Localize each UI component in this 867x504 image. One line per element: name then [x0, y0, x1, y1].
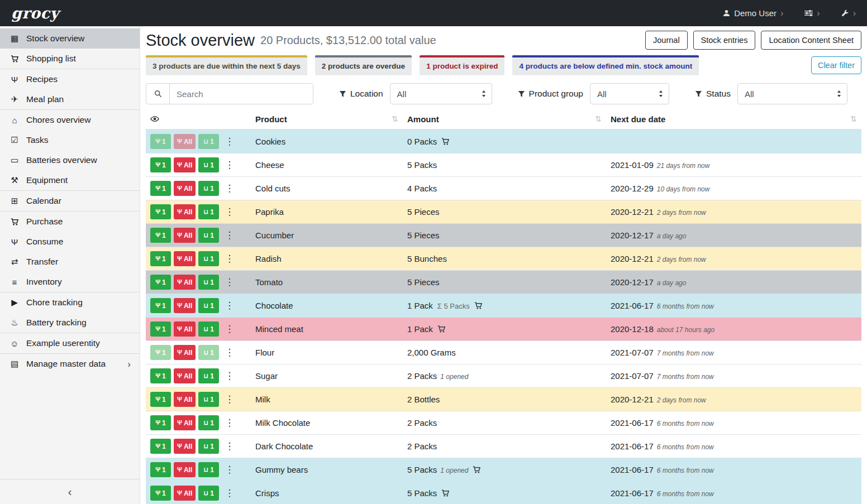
sidebar-item[interactable]: ▤ Manage master data › — [0, 354, 140, 374]
filter-select[interactable]: All — [390, 83, 492, 104]
table-row[interactable]: Ψ1 ΨAll ⊔1 ⋮ Paprika 5 Pieces 2020-12-21… — [146, 200, 861, 224]
row-menu-button[interactable]: ⋮ — [222, 348, 237, 357]
consume-all-button[interactable]: ΨAll — [174, 204, 196, 219]
open-one-button[interactable]: ⊔1 — [198, 204, 219, 219]
header-action-button[interactable]: Journal — [645, 31, 688, 50]
consume-one-button[interactable]: Ψ1 — [150, 134, 171, 149]
sidebar-item[interactable]: ▭ Batteries overview › — [0, 150, 140, 170]
row-menu-button[interactable]: ⋮ — [222, 418, 237, 428]
open-one-button[interactable]: ⊔1 — [198, 275, 219, 290]
open-one-button[interactable]: ⊔1 — [198, 251, 219, 266]
sidebar-item[interactable]: ⊞ Calendar › — [0, 191, 140, 212]
sidebar-item[interactable]: ≡ Inventory › — [0, 272, 140, 292]
sidebar-item[interactable]: Shopping list › — [0, 49, 140, 69]
open-one-button[interactable]: ⊔1 — [198, 157, 219, 172]
row-menu-button[interactable]: ⋮ — [222, 371, 237, 381]
open-one-button[interactable]: ⊔1 — [198, 368, 219, 383]
search-input[interactable] — [170, 84, 313, 104]
table-row[interactable]: Ψ1 ΨAll ⊔1 ⋮ Crisps 5 Packs 2021-06-176 … — [146, 482, 861, 504]
filter-select[interactable]: All — [737, 83, 847, 104]
status-filter-chip[interactable]: 2 products are overdue — [315, 55, 412, 75]
open-one-button[interactable]: ⊔1 — [198, 298, 219, 313]
open-one-button[interactable]: ⊔1 — [198, 486, 219, 501]
user-menu[interactable]: Demo User › — [723, 8, 783, 18]
consume-one-button[interactable]: Ψ1 — [150, 157, 171, 172]
row-menu-button[interactable]: ⋮ — [222, 137, 237, 146]
consume-one-button[interactable]: Ψ1 — [150, 204, 171, 219]
row-menu-button[interactable]: ⋮ — [222, 465, 237, 474]
sidebar-item[interactable]: Purchase › — [0, 212, 140, 232]
row-menu-button[interactable]: ⋮ — [222, 160, 237, 170]
consume-one-button[interactable]: Ψ1 — [150, 486, 171, 501]
consume-one-button[interactable]: Ψ1 — [150, 392, 171, 407]
table-row[interactable]: Ψ1 ΨAll ⊔1 ⋮ Flour 2,000 Grams 2021-07-0… — [146, 341, 861, 364]
table-row[interactable]: Ψ1 ΨAll ⊔1 ⋮ Cucumber 5 Pieces 2020-12-1… — [146, 224, 861, 247]
table-row[interactable]: Ψ1 ΨAll ⊔1 ⋮ Chocolate 1 PackΣ 5 Packs 2… — [146, 294, 861, 318]
consume-one-button[interactable]: Ψ1 — [150, 345, 171, 360]
consume-all-button[interactable]: ΨAll — [174, 275, 196, 290]
column-header-next-due-date[interactable]: Next due date⇅ — [606, 110, 861, 129]
table-row[interactable]: Ψ1 ΨAll ⊔1 ⋮ Cheese 5 Packs 2021-01-0921… — [146, 153, 861, 177]
column-header-product[interactable]: Product⇅ — [251, 110, 403, 129]
consume-all-button[interactable]: ΨAll — [174, 298, 196, 313]
consume-all-button[interactable]: ΨAll — [174, 134, 196, 149]
row-menu-button[interactable]: ⋮ — [222, 231, 237, 240]
consume-all-button[interactable]: ΨAll — [174, 228, 196, 243]
filter-select[interactable]: All — [590, 83, 669, 104]
consume-one-button[interactable]: Ψ1 — [150, 439, 171, 454]
consume-all-button[interactable]: ΨAll — [174, 392, 196, 407]
consume-one-button[interactable]: Ψ1 — [150, 462, 171, 477]
sidebar-item[interactable]: Ψ Recipes › — [0, 69, 140, 89]
consume-all-button[interactable]: ΨAll — [174, 251, 196, 266]
consume-one-button[interactable]: Ψ1 — [150, 251, 171, 266]
sidebar-item[interactable]: ☑ Tasks › — [0, 130, 140, 150]
consume-all-button[interactable]: ΨAll — [174, 439, 196, 454]
row-menu-button[interactable]: ⋮ — [222, 301, 237, 310]
sidebar-item[interactable]: Ψ Consume › — [0, 232, 140, 252]
status-filter-chip[interactable]: 3 products are due within the next 5 day… — [146, 55, 307, 75]
table-row[interactable]: Ψ1 ΨAll ⊔1 ⋮ Sugar 2 Packs1 opened 2021-… — [146, 364, 861, 388]
sidebar-item[interactable]: ⚒ Equipment › — [0, 170, 140, 191]
open-one-button[interactable]: ⊔1 — [198, 321, 219, 337]
header-action-button[interactable]: Location Content Sheet — [761, 31, 861, 50]
consume-one-button[interactable]: Ψ1 — [150, 298, 171, 313]
sidebar-item[interactable]: ⌂ Chores overview › — [0, 110, 140, 130]
status-filter-chip[interactable]: 4 products are below defined min. stock … — [512, 55, 699, 75]
table-row[interactable]: Ψ1 ΨAll ⊔1 ⋮ Gummy bears 5 Packs1 opened… — [146, 458, 861, 482]
open-one-button[interactable]: ⊔1 — [198, 415, 219, 430]
row-menu-button[interactable]: ⋮ — [222, 207, 237, 217]
column-header-amount[interactable]: Amount⇅ — [403, 110, 606, 129]
open-one-button[interactable]: ⊔1 — [198, 345, 219, 360]
consume-one-button[interactable]: Ψ1 — [150, 228, 171, 243]
open-one-button[interactable]: ⊔1 — [198, 181, 219, 196]
sidebar-item[interactable]: ▶ Chore tracking › — [0, 292, 140, 313]
consume-all-button[interactable]: ΨAll — [174, 157, 196, 172]
consume-all-button[interactable]: ΨAll — [174, 415, 196, 430]
sidebar-item[interactable]: ✈ Meal plan › — [0, 89, 140, 110]
consume-all-button[interactable]: ΨAll — [174, 181, 196, 196]
table-row[interactable]: Ψ1 ΨAll ⊔1 ⋮ Tomato 5 Pieces 2020-12-17a… — [146, 271, 861, 294]
row-menu-button[interactable]: ⋮ — [222, 324, 237, 334]
header-action-button[interactable]: Stock entries — [693, 31, 756, 50]
admin-menu[interactable]: › — [841, 9, 856, 18]
table-row[interactable]: Ψ1 ΨAll ⊔1 ⋮ Minced meat 1 Pack 2020-12-… — [146, 318, 861, 341]
consume-all-button[interactable]: ΨAll — [174, 368, 196, 383]
consume-one-button[interactable]: Ψ1 — [150, 415, 171, 430]
sidebar-item[interactable]: ⇄ Transfer › — [0, 252, 140, 272]
sidebar-item[interactable]: ☺ Example userentity › — [0, 333, 140, 354]
consume-one-button[interactable]: Ψ1 — [150, 368, 171, 383]
row-menu-button[interactable]: ⋮ — [222, 277, 237, 287]
row-menu-button[interactable]: ⋮ — [222, 488, 237, 498]
open-one-button[interactable]: ⊔1 — [198, 228, 219, 243]
open-one-button[interactable]: ⊔1 — [198, 439, 219, 454]
table-row[interactable]: Ψ1 ΨAll ⊔1 ⋮ Dark Chocolate 2 Packs 2021… — [146, 435, 861, 458]
table-row[interactable]: Ψ1 ΨAll ⊔1 ⋮ Cold cuts 4 Packs 2020-12-2… — [146, 177, 861, 200]
clear-filter-button[interactable]: Clear filter — [811, 56, 861, 74]
sidebar-item[interactable]: ♨ Battery tracking › — [0, 313, 140, 333]
table-row[interactable]: Ψ1 ΨAll ⊔1 ⋮ Cookies 0 Packs — [146, 129, 861, 153]
consume-all-button[interactable]: ΨAll — [174, 486, 196, 501]
settings-menu[interactable]: › — [804, 9, 820, 18]
sidebar-item[interactable]: ▦ Stock overview › — [0, 28, 140, 49]
consume-all-button[interactable]: ΨAll — [174, 321, 196, 337]
consume-all-button[interactable]: ΨAll — [174, 345, 196, 360]
